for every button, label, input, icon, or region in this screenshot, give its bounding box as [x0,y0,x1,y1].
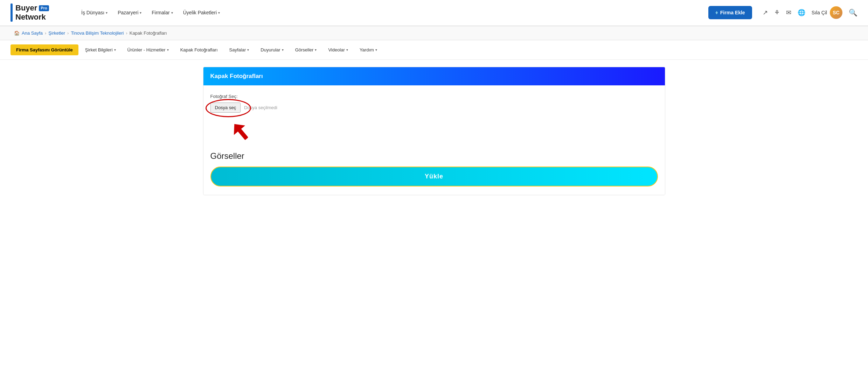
nav-pazaryeri[interactable]: Pazaryeri ▾ [113,7,146,18]
chevron-down-icon: ▾ [167,48,169,52]
chevron-down-icon: ▾ [140,11,141,15]
breadcrumb: 🏠 Ana Sayfa › Şirketler › Tinova Bilişim… [0,26,868,40]
mail-icon[interactable]: ✉ [786,9,791,16]
breadcrumb-company[interactable]: Tinova Bilişim Teknolojileri [71,30,124,36]
logo-pro-badge: Pro [39,5,49,11]
globe-icon[interactable]: 🌐 [798,9,805,16]
secondary-nav: Firma Sayfasını Görüntüle Şirket Bilgile… [0,40,868,60]
sec-nav-duyurular[interactable]: Duyurular ▾ [256,44,288,55]
header: Buyer Pro Network İş Dünyası ▾ Pazaryeri… [0,0,868,26]
chevron-down-icon: ▾ [114,48,116,52]
home-icon: 🏠 [14,30,20,36]
groups-icon[interactable]: ⚘ [774,9,780,16]
arrow-svg [228,120,256,148]
nav-uyelik[interactable]: Üyelik Paketleri ▾ [179,7,224,18]
logo-buyer: Buyer Pro [15,3,49,13]
breadcrumb-current: Kapak Fotoğrafları [130,30,167,36]
file-no-select-label: Dosya seçilmedi [244,105,277,110]
main-content: Kapak Fotoğrafları Fotoğraf Seç: Dosya s… [189,60,679,209]
chevron-down-icon: ▾ [247,48,249,52]
kapak-fotograflari-card: Kapak Fotoğrafları Fotoğraf Seç: Dosya s… [203,67,665,195]
logo-bar [11,3,13,22]
chevron-down-icon: ▾ [346,48,348,52]
file-input-row: Dosya seç Dosya seçilmedi [210,103,658,113]
breadcrumb-home[interactable]: Ana Sayfa [22,30,43,36]
sec-nav-firma-sayfasi[interactable]: Firma Sayfasını Görüntüle [11,44,78,55]
sec-nav-sayfalar[interactable]: Sayfalar ▾ [224,44,254,55]
main-nav: İş Dünyası ▾ Pazaryeri ▾ Firmalar ▾ Üyel… [77,7,701,18]
sec-nav-sirket-bilgileri[interactable]: Şirket Bilgileri ▾ [80,44,121,55]
chevron-down-icon: ▾ [171,11,173,15]
nav-firmalar[interactable]: Firmalar ▾ [147,7,177,18]
header-icons: ↗ ⚘ ✉ 🌐 Sıla Çil SC 🔍 [763,6,857,19]
foto-label: Fotoğraf Seç: [210,94,658,99]
user-name: Sıla Çil [812,10,827,15]
nav-is-dunyasi[interactable]: İş Dünyası ▾ [77,7,112,18]
sec-nav-urunler[interactable]: Ürünler - Hizmetler ▾ [123,44,174,55]
sec-nav-kapak-fotograflari[interactable]: Kapak Fotoğrafları [175,44,223,55]
sec-nav-videolar[interactable]: Videolar ▾ [323,44,353,55]
firma-ekle-button[interactable]: ♦ Firma Ekle [708,6,752,19]
logo[interactable]: Buyer Pro Network [11,3,67,22]
chevron-down-icon: ▾ [375,48,377,52]
user-area[interactable]: Sıla Çil SC [812,6,842,19]
chevron-down-icon: ▾ [282,48,284,52]
section-header: Kapak Fotoğrafları [203,67,665,85]
gorseller-title: Görseller [210,151,658,161]
diamond-icon: ♦ [715,9,718,16]
logo-text: Buyer Pro Network [15,3,49,22]
sec-nav-gorseller[interactable]: Görseller ▾ [290,44,322,55]
search-icon[interactable]: 🔍 [849,8,857,17]
chevron-down-icon: ▾ [218,11,220,15]
yukle-button[interactable]: Yükle [210,167,658,186]
external-link-icon[interactable]: ↗ [763,9,768,16]
chevron-down-icon: ▾ [106,11,107,15]
breadcrumb-companies[interactable]: Şirketler [48,30,65,36]
dosya-sec-button[interactable]: Dosya seç [210,103,241,113]
red-arrow-indicator [217,120,658,148]
section-body: Fotoğraf Seç: Dosya seç Dosya seçilmedi [203,85,665,195]
avatar: SC [830,6,842,19]
logo-network: Network [15,13,49,22]
file-input-wrapper: Dosya seç [210,103,241,113]
chevron-down-icon: ▾ [315,48,317,52]
sec-nav-yardim[interactable]: Yardım ▾ [355,44,382,55]
